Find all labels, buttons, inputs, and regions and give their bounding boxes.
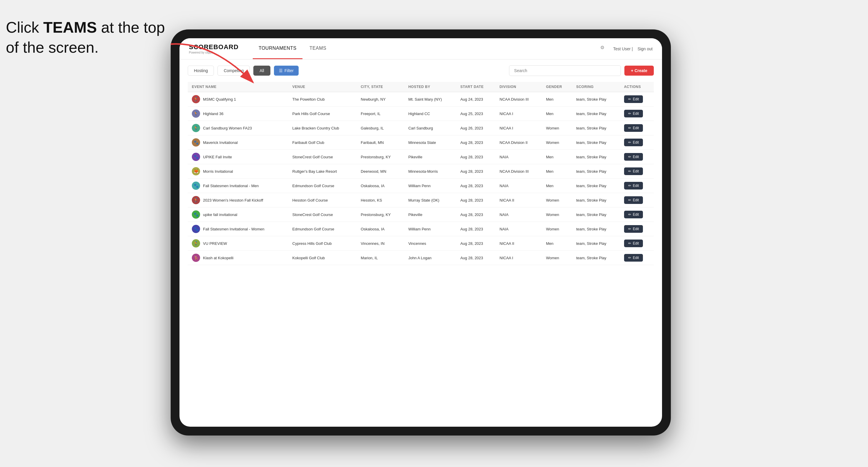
cell-start-date: Aug 28, 2023 — [456, 179, 495, 193]
main-content: Hosting Competing All ☰ Filter + Create — [180, 59, 662, 427]
table-row: 🐾 UPIKE Fall Invite StoneCrest Golf Cour… — [188, 150, 654, 164]
cell-city-state: Newburgh, NY — [356, 92, 404, 106]
cell-hosted-by: Carl Sandburg — [404, 121, 456, 135]
edit-pencil-icon: ✏ — [628, 155, 631, 159]
event-name-text: 2023 Women's Hesston Fall Kickoff — [203, 198, 263, 203]
cell-start-date: Aug 28, 2023 — [456, 164, 495, 179]
search-input[interactable] — [509, 65, 621, 76]
cell-start-date: Aug 28, 2023 — [456, 236, 495, 251]
cell-gender: Women — [542, 121, 572, 135]
edit-button[interactable]: ✏ Edit — [624, 110, 643, 117]
edit-label: Edit — [633, 141, 639, 145]
cell-start-date: Aug 28, 2023 — [456, 251, 495, 265]
cell-hosted-by: Vincennes — [404, 236, 456, 251]
edit-label: Edit — [633, 155, 639, 159]
cell-actions: ✏ Edit — [620, 106, 654, 121]
event-name-text: Fall Statesmen Invitational - Men — [203, 184, 259, 188]
col-hosted-by: HOSTED BY — [404, 82, 456, 92]
edit-button[interactable]: ✏ Edit — [624, 138, 643, 146]
table-row: 🐾 upike fall invitational StoneCrest Gol… — [188, 208, 654, 222]
table-row: 🐾 Fall Statesmen Invitational - Men Edmu… — [188, 179, 654, 193]
cell-city-state: Marion, IL — [356, 251, 404, 265]
cell-gender: Women — [542, 193, 572, 208]
edit-pencil-icon: ✏ — [628, 241, 631, 245]
cell-hosted-by: Mt. Saint Mary (NY) — [404, 92, 456, 106]
edit-label: Edit — [633, 198, 639, 202]
event-name-text: Fall Statesmen Invitational - Women — [203, 227, 265, 231]
create-button[interactable]: + Create — [624, 66, 654, 75]
cell-city-state: Hesston, KS — [356, 193, 404, 208]
edit-pencil-icon: ✏ — [628, 213, 631, 217]
edit-pencil-icon: ✏ — [628, 141, 631, 145]
edit-button[interactable]: ✏ Edit — [624, 95, 643, 103]
cell-gender: Men — [542, 236, 572, 251]
sign-out-link[interactable]: Sign out — [638, 46, 653, 51]
edit-label: Edit — [633, 241, 639, 245]
edit-button[interactable]: ✏ Edit — [624, 240, 643, 247]
cell-venue: Edmundson Golf Course — [288, 222, 357, 236]
edit-label: Edit — [633, 169, 639, 173]
gear-icon[interactable]: ⚙ — [600, 45, 609, 53]
table-row: 🏌 Carl Sandburg Women FA23 Lake Bracken … — [188, 121, 654, 135]
cell-start-date: Aug 26, 2023 — [456, 121, 495, 135]
col-scoring: SCORING — [572, 82, 620, 92]
team-icon: 🐾 — [192, 210, 200, 219]
cell-hosted-by: Murray State (OK) — [404, 193, 456, 208]
edit-button[interactable]: ✏ Edit — [624, 167, 643, 175]
edit-button[interactable]: ✏ Edit — [624, 124, 643, 132]
edit-label: Edit — [633, 97, 639, 101]
filter-icon: ☰ — [279, 68, 283, 73]
cell-event-name: 🦌 Klash at Kokopelli — [188, 251, 288, 265]
edit-button[interactable]: ✏ Edit — [624, 211, 643, 218]
cell-venue: Lake Bracken Country Club — [288, 121, 357, 135]
cell-division: NCAA Division III — [496, 164, 542, 179]
cell-event-name: 🐾 Fall Statesmen Invitational - Women — [188, 222, 288, 236]
cell-division: NICAA I — [496, 251, 542, 265]
edit-button[interactable]: ✏ Edit — [624, 254, 643, 261]
team-icon: 🏌 — [192, 196, 200, 204]
cell-actions: ✏ Edit — [620, 135, 654, 150]
col-venue: VENUE — [288, 82, 357, 92]
col-start-date: START DATE — [456, 82, 495, 92]
cell-scoring: team, Stroke Play — [572, 164, 620, 179]
tab-teams[interactable]: TEAMS — [304, 38, 333, 59]
cell-scoring: team, Stroke Play — [572, 92, 620, 106]
cell-hosted-by: Highland CC — [404, 106, 456, 121]
edit-pencil-icon: ✏ — [628, 227, 631, 231]
cell-venue: Ruttger's Bay Lake Resort — [288, 164, 357, 179]
cell-actions: ✏ Edit — [620, 179, 654, 193]
cell-event-name: 🏌 VU PREVIEW — [188, 236, 288, 251]
table-row: 🐾 Maverick Invitational Faribault Golf C… — [188, 135, 654, 150]
cell-gender: Men — [542, 179, 572, 193]
cell-start-date: Aug 25, 2023 — [456, 106, 495, 121]
team-icon: 🦊 — [192, 167, 200, 176]
cell-scoring: team, Stroke Play — [572, 121, 620, 135]
cell-event-name: 🐾 UPIKE Fall Invite — [188, 150, 288, 164]
col-actions: ACTIONS — [620, 82, 654, 92]
event-name-text: Maverick Invitational — [203, 141, 238, 145]
cell-scoring: team, Stroke Play — [572, 179, 620, 193]
edit-button[interactable]: ✏ Edit — [624, 196, 643, 204]
cell-venue: Park Hills Golf Course — [288, 106, 357, 121]
filter-icon-button[interactable]: ☰ Filter — [274, 66, 299, 75]
table-row: 🦌 Klash at Kokopelli Kokopelli Golf Club… — [188, 251, 654, 265]
team-icon: 🏌 — [192, 239, 200, 247]
cell-actions: ✏ Edit — [620, 208, 654, 222]
cell-gender: Men — [542, 92, 572, 106]
cell-hosted-by: Pikeville — [404, 208, 456, 222]
edit-label: Edit — [633, 184, 639, 188]
cell-event-name: 🏌 2023 Women's Hesston Fall Kickoff — [188, 193, 288, 208]
event-name-text: Klash at Kokopelli — [203, 256, 233, 260]
team-icon: 🐾 — [192, 182, 200, 190]
cell-division: NAIA — [496, 179, 542, 193]
edit-label: Edit — [633, 126, 639, 130]
edit-button[interactable]: ✏ Edit — [624, 182, 643, 189]
cell-scoring: team, Stroke Play — [572, 106, 620, 121]
cell-scoring: team, Stroke Play — [572, 222, 620, 236]
cell-gender: Men — [542, 164, 572, 179]
table-row: 🏌 Highland 36 Park Hills Golf Course Fre… — [188, 106, 654, 121]
edit-button[interactable]: ✏ Edit — [624, 153, 643, 161]
cell-division: NICAA II — [496, 236, 542, 251]
edit-button[interactable]: ✏ Edit — [624, 225, 643, 233]
edit-label: Edit — [633, 112, 639, 116]
